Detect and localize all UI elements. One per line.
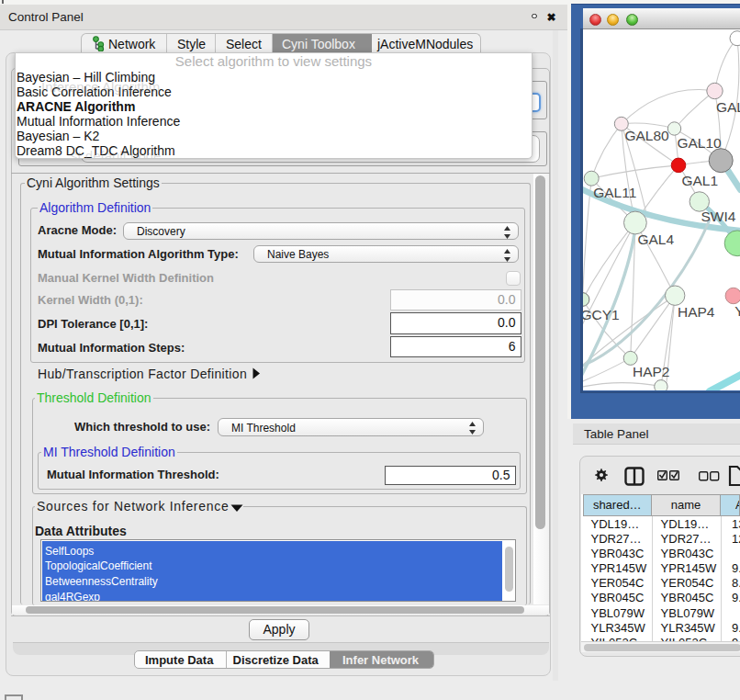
- svg-text:GAL4: GAL4: [637, 231, 674, 247]
- svg-text:SWI4: SWI4: [701, 209, 735, 224]
- svg-text:GAL11: GAL11: [593, 185, 636, 200]
- svg-text:HAP2: HAP2: [633, 364, 669, 379]
- svg-text:GAL1: GAL1: [681, 173, 718, 188]
- svg-text:GAL8: GAL8: [715, 99, 740, 115]
- svg-text:Y: Y: [734, 303, 740, 319]
- svg-text:GAL80: GAL80: [624, 128, 668, 143]
- svg-text:GCY1: GCY1: [583, 307, 620, 322]
- svg-text:GAL10: GAL10: [677, 135, 721, 151]
- svg-text:HAP4: HAP4: [677, 304, 714, 320]
